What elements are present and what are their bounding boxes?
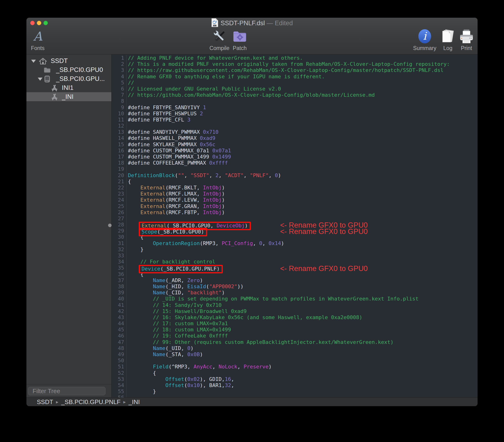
line-number: 2	[112, 61, 126, 67]
code-line[interactable]: 31 OperationRegion(RMP3, PCI_Config, 0, …	[112, 240, 478, 247]
line-number: 31	[112, 240, 126, 247]
code-line[interactable]: 5//	[112, 80, 478, 86]
code-line[interactable]: 51 Field(^RMP3, AnyAcc, NoLock, Preserve…	[112, 364, 478, 370]
code-line[interactable]: 44 // 17: custom LMAX=0x7a1	[112, 320, 478, 327]
close-button[interactable]	[30, 21, 35, 25]
code-token: ))	[237, 283, 244, 289]
code-line[interactable]: 7// https://github.com/RehabMan/OS-X-Clo…	[112, 92, 478, 98]
code-line[interactable]: 19	[112, 166, 478, 172]
code-lines: 1// Adding PNLF device for WhateverGreen…	[112, 55, 478, 398]
code-line[interactable]: 8	[112, 98, 478, 104]
code-line[interactable]: 26 External(RMCF.FBTP, IntObj)	[112, 210, 478, 215]
split-handle[interactable]	[108, 224, 112, 227]
code-line[interactable]: 14#define HASWELL_PWMMAX 0xad9	[112, 135, 478, 141]
code-token	[128, 203, 140, 209]
code-line[interactable]: 13#define SANDYIVY_PWMMAX 0x710	[112, 129, 478, 135]
code-token	[128, 314, 153, 320]
code-line[interactable]: 11#define FBTYPE_CFL 3	[112, 117, 478, 123]
filter-field[interactable]	[28, 387, 106, 395]
method-icon	[51, 93, 58, 101]
print-button[interactable]: Print	[451, 28, 478, 53]
code-line[interactable]: 25 External(RMCF.GRAN, IntObj)	[112, 203, 478, 210]
code-token: (	[184, 382, 187, 388]
code-line[interactable]: 55 }	[112, 389, 478, 395]
code-text: #define CUSTOM_PWMMAX_07a1 0x07a1	[128, 148, 231, 154]
disclosure-triangle-icon[interactable]	[38, 78, 42, 81]
code-token: Name	[153, 345, 165, 351]
code-line[interactable]: 50	[112, 357, 478, 364]
code-line[interactable]: 46 // 19: CoffeeLake 0xffff	[112, 333, 478, 339]
code-line[interactable]: 43 // 16: Skylake/KabyLake 0x56c (and so…	[112, 314, 478, 320]
code-line[interactable]: 52 {	[112, 370, 478, 376]
code-line[interactable]: 4// Rename GFX0 to anything else if your…	[112, 74, 478, 80]
sidebar-item--sb-pci0-gpu-[interactable]: _SB.PCI0.GPU...	[26, 74, 111, 83]
code-token: ""	[178, 172, 184, 178]
code-token: "ACDT"	[225, 172, 244, 178]
code-line[interactable]: 24 External(RMCF.LEVW, IntObj)	[112, 197, 478, 203]
line-number: 37	[112, 277, 126, 283]
code-line[interactable]: 2// This is a modified PNLF version orig…	[112, 61, 478, 67]
code-text: // 99: Other (requires custom AppleBackl…	[128, 339, 394, 345]
code-line[interactable]: 9#define FBTYPE_SANDYIVY 1	[112, 105, 478, 111]
code-line[interactable]: 47 // 99: Other (requires custom AppleBa…	[112, 339, 478, 345]
sidebar-item--ini[interactable]: _INI	[26, 92, 111, 101]
code-editor[interactable]: 1// Adding PNLF device for WhateverGreen…	[112, 54, 478, 398]
code-token: 0x56c	[200, 141, 216, 147]
code-token: // 99: Other (requires custom AppleBackl…	[153, 339, 394, 345]
code-line[interactable]: 40 // _UID is set depending on PWMMax to…	[112, 296, 478, 302]
code-line[interactable]: 39 Name(_CID, "backlight")	[112, 290, 478, 296]
code-token: // 18: custom LMAX=0x1499	[153, 327, 231, 333]
zoom-button[interactable]	[43, 21, 48, 25]
code-line[interactable]: 37 Name(_ADR, Zero)	[112, 277, 478, 283]
code-line[interactable]: 45 // 18: custom LMAX=0x1499	[112, 327, 478, 333]
code-token: (RMCF.LMAX,	[165, 191, 203, 197]
code-line[interactable]: 18#define COFFEELAKE_PWMMAX 0xffff	[112, 160, 478, 166]
code-line[interactable]: 22 External(RMCF.BKLT, IntObj)	[112, 185, 478, 191]
code-token: ,	[212, 364, 219, 370]
code-line[interactable]: 16#define CUSTOM_PWMMAX_07a1 0x07a1	[112, 148, 478, 154]
code-line[interactable]: 3// https://raw.githubusercontent.com/Re…	[112, 67, 478, 73]
code-token: 0x0B	[187, 352, 200, 357]
filter-tree-input[interactable]	[32, 387, 112, 395]
code-text: Device(_SB.PCI0.GPU.PNLF)	[128, 266, 221, 272]
code-line[interactable]: 34 // For backlight control	[112, 259, 478, 265]
code-line[interactable]: 54 Offset(0x10), BAR1,32,	[112, 382, 478, 389]
code-line[interactable]: 42 // 15: Haswell/Broadwell 0xad9	[112, 308, 478, 314]
code-line[interactable]: 48 Name(_UID, 0)	[112, 345, 478, 352]
disclosure-triangle-icon[interactable]	[31, 60, 36, 63]
sidebar-item-ini1[interactable]: INI1	[26, 83, 111, 92]
code-line[interactable]: 6// Licensed under GNU General Public Li…	[112, 86, 478, 92]
code-text: // This is a modified PNLF version origi…	[128, 61, 450, 67]
code-line[interactable]: 20DefinitionBlock("", "SSDT", 2, "ACDT",…	[112, 172, 478, 178]
code-line[interactable]: 1// Adding PNLF device for WhateverGreen…	[112, 55, 478, 61]
code-line[interactable]: 41 // 14: Sandy/Ivy 0x710	[112, 302, 478, 308]
code-line[interactable]: 17#define CUSTOM_PWMMAX_1499 0x1499	[112, 154, 478, 160]
code-token	[128, 240, 153, 246]
line-number: 8	[112, 98, 126, 104]
code-token: Name	[153, 290, 165, 296]
code-token: 0	[275, 172, 278, 178]
code-line[interactable]: 12	[112, 123, 478, 129]
code-line[interactable]: 33	[112, 253, 478, 259]
code-line[interactable]: 27	[112, 215, 478, 222]
patch-button[interactable]: Patch	[224, 28, 255, 53]
code-line[interactable]: 49 Name(_STA, 0x0B)	[112, 352, 478, 357]
sidebar-item-ssdt[interactable]: SSDT	[26, 56, 111, 65]
code-token: // Rename GFX0 to anything else if your …	[128, 74, 325, 79]
fonts-button[interactable]: A Fonts	[26, 28, 53, 53]
code-token: )	[222, 290, 225, 296]
code-line[interactable]: 32 }	[112, 247, 478, 253]
code-line[interactable]: 23 External(RMCF.LMAX, IntObj)	[112, 191, 478, 197]
code-text: External(RMCF.GRAN, IntObj)	[128, 203, 225, 209]
code-line[interactable]: 38 Name(_HID, EisaId("APP0002"))	[112, 283, 478, 290]
code-token	[128, 296, 153, 302]
code-line[interactable]: 21{	[112, 178, 478, 185]
code-line[interactable]: 15#define SKYLAKE_PWMMAX 0x56c	[112, 141, 478, 148]
code-text: // 16: Skylake/KabyLake 0x56c (and some …	[128, 314, 362, 320]
code-line[interactable]: 53 Offset(0x02), GDID,16,	[112, 376, 478, 382]
minimize-button[interactable]	[37, 21, 41, 25]
code-token: {	[128, 178, 131, 184]
sidebar-item--sb-pci0-gpu0[interactable]: _SB.PCI0.GPU0	[26, 65, 111, 74]
code-line[interactable]: 10#define FBTYPE_HSWPLUS 2	[112, 111, 478, 117]
rename-highlight-box: Scope(_SB.PCI0.GPU0)	[139, 228, 207, 236]
